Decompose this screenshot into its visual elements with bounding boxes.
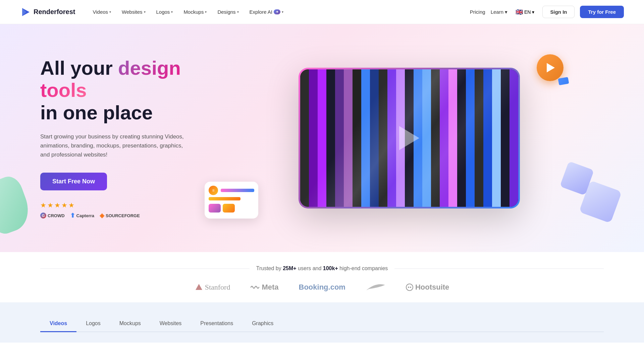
star-rating: ★ ★ ★ ★ ★ [40, 201, 74, 209]
divider-left [40, 268, 250, 269]
nav-item-explore-ai[interactable]: Explore AI ✦ ▾ [246, 6, 287, 17]
ai-badge: ✦ [274, 9, 280, 14]
tab-websites[interactable]: Websites [150, 316, 191, 332]
language-selector[interactable]: 🇬🇧 EN ▾ [513, 6, 537, 18]
nav-item-videos[interactable]: Videos ▾ [89, 6, 115, 17]
chevron-down-icon: ▾ [237, 10, 239, 14]
chevron-down-icon: ▾ [505, 9, 507, 15]
capterra-icon: ⬆ [70, 212, 75, 219]
start-free-button[interactable]: Start Free Now [40, 173, 107, 190]
company-logos: Stanford Meta Booking.com Hootsuite [40, 282, 604, 292]
widget-bar [221, 189, 254, 192]
sourceforge-logo: ◈ SOURCEFORGE [100, 212, 140, 219]
star-icon: ★ [47, 201, 53, 209]
hero-device-wrapper [299, 68, 520, 208]
trusted-divider: Trusted by 25M+ users and 100k+ high-end… [40, 265, 604, 272]
svg-point-4 [408, 287, 409, 288]
trusted-text: Trusted by 25M+ users and 100k+ high-end… [256, 265, 388, 272]
hero-section: All your design tools in one place Start… [0, 24, 644, 252]
rating-logos: G CROWD ⬆ Capterra ◈ SOURCEFORGE [40, 212, 215, 219]
star-icon: ★ [61, 201, 67, 209]
capterra-logo: ⬆ Capterra [70, 212, 94, 219]
chevron-down-icon: ▾ [532, 9, 534, 15]
hero-visual: ≡ [215, 44, 604, 232]
chevron-down-icon: ▾ [282, 10, 283, 14]
nav-item-designs[interactable]: Designs ▾ [213, 6, 243, 17]
nav-item-logos[interactable]: Logos ▾ [152, 6, 177, 17]
logo-icon [20, 7, 31, 17]
nike-swoosh-icon [366, 282, 386, 292]
star-icon: ★ [40, 201, 46, 209]
nav-item-mockups[interactable]: Mockups ▾ [179, 6, 211, 17]
star-icon: ★ [68, 201, 74, 209]
logo-text: Renderforest [34, 8, 75, 16]
try-free-button[interactable]: Try for Free [580, 6, 624, 18]
logo[interactable]: Renderforest [20, 7, 75, 17]
chevron-down-icon: ▾ [144, 10, 146, 14]
svg-point-5 [410, 287, 411, 288]
nav-pricing[interactable]: Pricing [470, 9, 485, 15]
tabs-row: Videos Logos Mockups Websites Presentati… [40, 316, 604, 332]
stanford-logo: Stanford [195, 283, 230, 292]
svg-point-3 [406, 284, 413, 291]
decorative-square [564, 165, 590, 192]
tab-graphics[interactable]: Graphics [243, 316, 283, 332]
star-icon: ★ [54, 201, 60, 209]
nike-logo [366, 282, 386, 292]
meta-logo: Meta [250, 283, 278, 292]
navbar-right: Pricing Learn ▾ 🇬🇧 EN ▾ Sign In Try for … [470, 6, 624, 18]
nav-learn[interactable]: Learn ▾ [491, 9, 507, 15]
rating-row: ★ ★ ★ ★ ★ [40, 201, 215, 209]
chevron-down-icon: ▾ [205, 10, 207, 14]
hootsuite-icon [406, 284, 413, 291]
tab-logos[interactable]: Logos [76, 316, 110, 332]
decorative-blob-left [0, 173, 35, 237]
navbar: Renderforest Videos ▾ Websites ▾ Logos ▾… [0, 0, 644, 24]
play-triangle-icon [547, 63, 555, 72]
tab-mockups[interactable]: Mockups [110, 316, 150, 332]
tabs-section: Videos Logos Mockups Websites Presentati… [0, 302, 644, 343]
navbar-left: Renderforest Videos ▾ Websites ▾ Logos ▾… [20, 6, 287, 17]
floating-play-widget [537, 54, 564, 81]
widget-swatch2 [223, 204, 235, 213]
decorative-square-inner [560, 161, 594, 196]
hero-content: All your design tools in one place Start… [40, 57, 215, 220]
booking-logo: Booking.com [299, 283, 345, 292]
tab-videos[interactable]: Videos [40, 316, 76, 332]
crowd-logo: G CROWD [40, 213, 65, 219]
play-icon [399, 126, 419, 150]
svg-marker-2 [196, 284, 202, 290]
play-overlay [300, 69, 518, 207]
trusted-section: Trusted by 25M+ users and 100k+ high-end… [0, 252, 644, 302]
chevron-down-icon: ▾ [171, 10, 173, 14]
meta-icon [250, 285, 260, 290]
nav-item-websites[interactable]: Websites ▾ [118, 6, 149, 17]
chevron-down-icon: ▾ [109, 10, 111, 14]
tab-presentations[interactable]: Presentations [191, 316, 243, 332]
hero-subtitle: Start growing your business by creating … [40, 132, 188, 160]
device-gradient-border [299, 68, 520, 208]
device-screen [300, 69, 518, 207]
signin-button[interactable]: Sign In [542, 6, 575, 18]
nav-items: Videos ▾ Websites ▾ Logos ▾ Mockups ▾ De… [89, 6, 287, 17]
stanford-icon [195, 283, 203, 291]
sourceforge-icon: ◈ [100, 212, 104, 219]
hootsuite-logo: Hootsuite [406, 283, 449, 292]
hero-title: All your design tools in one place [40, 57, 215, 124]
divider-right [394, 268, 604, 269]
play-button-3d[interactable] [537, 54, 564, 81]
flag-icon: 🇬🇧 [516, 8, 523, 16]
